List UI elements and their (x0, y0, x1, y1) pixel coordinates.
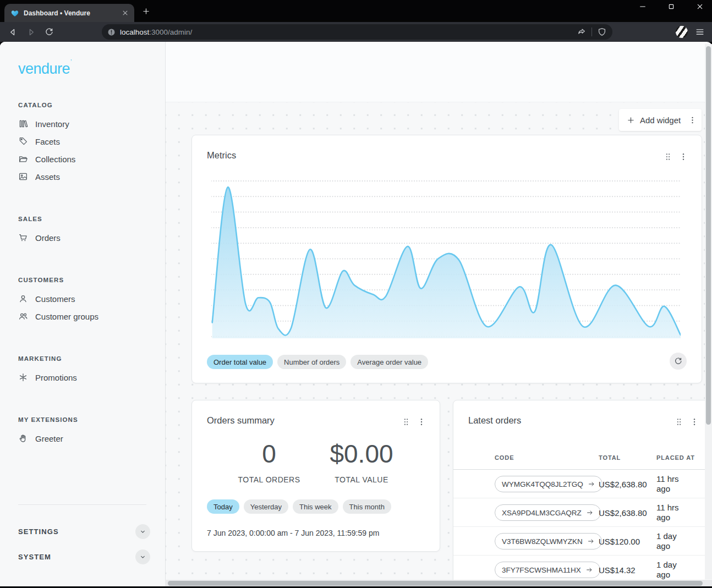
sidebar-item-greeter[interactable]: Greeter (0, 430, 165, 447)
window-maximize-button[interactable] (667, 2, 676, 11)
nav-section-catalog: CATALOGInventoryFacetsCollectionsAssets (0, 102, 165, 185)
plus-icon (626, 116, 636, 125)
nav-section-heading: MY EXTENSIONS (18, 416, 165, 424)
users-icon (18, 311, 28, 321)
sidebar-divider (18, 504, 146, 505)
order-code: WYMGK4TQQ8JL2TGQ (502, 480, 583, 488)
order-code-link[interactable]: 3FY7FSCWSHMA11HX (495, 562, 600, 578)
sidebar-item-inventory[interactable]: Inventory (0, 115, 165, 133)
nav-section-my-extensions: MY EXTENSIONSGreeter (0, 416, 165, 447)
vertical-scrollbar-thumb[interactable] (706, 46, 711, 425)
order-code-link[interactable]: XSA9PD4LM3CGAQRZ (495, 504, 601, 521)
stat-value: $0.00 (306, 439, 417, 469)
order-row: V3T6BW8ZQLWMYZKNUS$120.001 day ago (453, 527, 705, 556)
order-total: US$2,638.80 (599, 508, 647, 517)
order-total: US$2,638.80 (599, 479, 647, 488)
date-filter-yesterday[interactable]: Yesterday (244, 499, 288, 514)
horizontal-scrollbar[interactable] (165, 580, 705, 586)
scrollbar-corner (705, 580, 712, 586)
order-placed-at: 1 day ago (656, 531, 692, 551)
sidebar-item-assets[interactable]: Assets (0, 168, 165, 185)
widget-menu-button[interactable] (689, 417, 699, 427)
nav-section-heading: CUSTOMERS (18, 277, 165, 284)
column-header-placed-at: PLACED AT (656, 454, 695, 461)
window-controls (635, 2, 708, 11)
order-total: US$14.32 (599, 565, 636, 574)
address-bar[interactable]: localhost:3000/admin/ (102, 24, 612, 40)
widget-header: Latest orders (453, 400, 705, 432)
orders-table-header: CODE TOTAL PLACED AT (453, 450, 705, 470)
sidebar-item-label: Assets (35, 172, 60, 182)
date-filter-this-month[interactable]: This month (343, 499, 391, 514)
date-filter-this-week[interactable]: This week (293, 499, 338, 514)
order-code-link[interactable]: WYMGK4TQQ8JL2TGQ (495, 476, 603, 492)
vendure-logo[interactable]: vendure’ (0, 42, 165, 78)
sidebar-item-orders[interactable]: Orders (0, 229, 165, 246)
url-text: localhost:3000/admin/ (120, 28, 577, 36)
back-button[interactable] (8, 27, 18, 37)
forward-button[interactable] (26, 27, 36, 37)
sidebar-item-label: Orders (35, 233, 61, 243)
add-widget-button[interactable]: Add widget (619, 109, 702, 131)
drag-handle-icon[interactable] (401, 417, 411, 427)
widget-menu-button[interactable] (678, 152, 688, 162)
horizontal-scrollbar-thumb[interactable] (168, 581, 703, 586)
sidebar-item-customers[interactable]: Customers (0, 290, 165, 307)
metrics-area-chart (211, 178, 681, 340)
logo-mark: ’ (70, 58, 72, 65)
brave-shield-icon[interactable] (597, 27, 607, 37)
order-code-link[interactable]: V3T6BW8ZQLWMYZKN (495, 533, 602, 549)
page-header (166, 42, 705, 102)
sidebar-item-promotions[interactable]: Promotions (0, 369, 165, 386)
tab-title: Dashboard • Vendure (24, 9, 117, 17)
new-tab-button[interactable] (141, 7, 151, 16)
sidebar-item-label: Inventory (35, 119, 69, 129)
hand-icon (18, 433, 28, 443)
metric-tabs: Order total valueNumber of ordersAverage… (207, 355, 428, 369)
share-icon[interactable] (577, 27, 587, 37)
divider (591, 28, 592, 36)
add-widget-menu-icon[interactable] (688, 116, 697, 125)
site-info-icon[interactable] (107, 28, 116, 37)
sidebar-item-label: Facets (35, 137, 60, 146)
refresh-button[interactable] (670, 353, 687, 370)
order-placed-at: 11 hrs ago (656, 474, 692, 494)
sidebar-item-collections[interactable]: Collections (0, 150, 165, 168)
sidebar-item-customer-groups[interactable]: Customer groups (0, 307, 165, 325)
browser-toolbar: localhost:3000/admin/ (0, 22, 712, 42)
orders-table-body: WYMGK4TQQ8JL2TGQUS$2,638.8011 hrs agoXSA… (453, 470, 705, 584)
nav-section-heading: MARKETING (18, 355, 165, 363)
column-header-code: CODE (495, 454, 514, 461)
sidebar-item-label: Greeter (35, 434, 63, 443)
sidebar-item-settings[interactable]: SETTINGS (18, 523, 150, 540)
image-icon (18, 172, 28, 182)
drag-handle-icon[interactable] (663, 152, 673, 162)
settings-expand-button[interactable] (135, 524, 150, 539)
date-filter-chips: TodayYesterdayThis weekThis month (207, 499, 391, 514)
snowflake-icon (18, 372, 28, 382)
metric-tab-average-order-value[interactable]: Average order value (350, 355, 428, 369)
column-header-total: TOTAL (599, 454, 621, 461)
window-close-button[interactable] (695, 2, 704, 11)
date-filter-today[interactable]: Today (207, 499, 239, 514)
window-minimize-button[interactable] (638, 2, 647, 11)
system-expand-button[interactable] (135, 549, 150, 564)
sidebar-item-facets[interactable]: Facets (0, 133, 165, 150)
metric-tab-number-of-orders[interactable]: Number of orders (277, 355, 346, 369)
sidebar-item-system[interactable]: SYSTEM (18, 548, 150, 565)
vertical-scrollbar[interactable] (705, 44, 712, 579)
widget-menu-button[interactable] (417, 417, 426, 427)
metric-tab-order-total-value[interactable]: Order total value (207, 355, 273, 369)
tab-close-icon[interactable] (121, 9, 129, 17)
drag-handle-icon[interactable] (674, 417, 684, 427)
widget-header: Metrics (192, 135, 702, 167)
orders-summary-widget: Orders summary 0 TOTAL ORDERS $0.00 TOTA… (191, 400, 440, 552)
browser-profile-avatar[interactable] (676, 26, 688, 38)
browser-tab[interactable]: Dashboard • Vendure (4, 4, 134, 22)
reload-button[interactable] (44, 27, 54, 37)
arrow-right-icon (588, 480, 595, 488)
order-placed-at: 1 day ago (656, 560, 692, 580)
main-content: Dashboard Super Admin Add widget Metrics… (166, 42, 705, 586)
browser-menu-button[interactable] (694, 26, 705, 37)
widget-title: Metrics (207, 150, 236, 161)
